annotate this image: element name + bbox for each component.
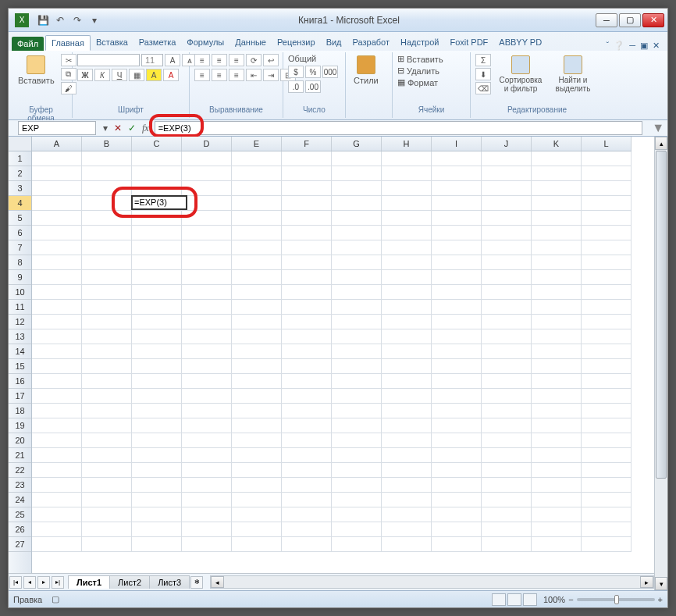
cell[interactable]	[82, 315, 132, 329]
cell[interactable]	[582, 196, 632, 211]
align-top-icon[interactable]: ≡	[194, 54, 210, 66]
doc-minimize-icon[interactable]: ─	[629, 41, 635, 51]
cell[interactable]	[582, 448, 632, 463]
cell[interactable]	[582, 285, 632, 300]
cell[interactable]	[432, 359, 482, 374]
cell[interactable]	[82, 329, 132, 344]
cell[interactable]	[332, 463, 382, 478]
cell[interactable]	[282, 493, 332, 507]
cell[interactable]	[32, 226, 82, 240]
cell[interactable]	[482, 329, 532, 344]
cell[interactable]	[32, 448, 82, 463]
cell[interactable]	[182, 448, 232, 463]
cell[interactable]	[432, 418, 482, 433]
row-header-9[interactable]: 9	[9, 270, 31, 285]
cell[interactable]	[82, 181, 132, 196]
cell[interactable]	[532, 166, 582, 181]
cell[interactable]	[582, 463, 632, 478]
cell[interactable]	[82, 507, 132, 522]
macro-record-icon[interactable]: ▢	[52, 594, 59, 604]
cell[interactable]	[82, 448, 132, 463]
cell[interactable]	[232, 493, 282, 507]
cell[interactable]	[532, 433, 582, 448]
cell[interactable]	[582, 211, 632, 226]
cell[interactable]	[32, 181, 82, 196]
cell[interactable]	[132, 285, 182, 300]
cell[interactable]	[582, 389, 632, 404]
col-header-F[interactable]: F	[282, 137, 332, 151]
cell[interactable]	[532, 329, 582, 344]
cell[interactable]	[332, 433, 382, 448]
cell[interactable]	[532, 522, 582, 537]
cell[interactable]	[232, 433, 282, 448]
increase-decimal-icon[interactable]: .0	[288, 80, 304, 93]
cell[interactable]	[432, 344, 482, 359]
name-box[interactable]	[18, 121, 96, 135]
cell[interactable]	[282, 389, 332, 404]
cell[interactable]	[482, 181, 532, 196]
cell[interactable]	[332, 344, 382, 359]
cell[interactable]	[482, 211, 532, 226]
cell[interactable]	[132, 537, 182, 552]
expand-formula-icon[interactable]: ▼	[649, 121, 667, 135]
cell[interactable]	[232, 315, 282, 329]
cell[interactable]	[432, 300, 482, 315]
cell[interactable]	[332, 166, 382, 181]
cell[interactable]	[182, 255, 232, 270]
cell[interactable]	[332, 270, 382, 285]
cell[interactable]	[482, 522, 532, 537]
sheet-tab-Лист2[interactable]: Лист2	[109, 575, 150, 589]
cell[interactable]	[132, 344, 182, 359]
cell[interactable]	[282, 181, 332, 196]
cell[interactable]	[532, 211, 582, 226]
cell[interactable]	[382, 196, 432, 211]
col-header-I[interactable]: I	[432, 137, 482, 151]
cell[interactable]	[82, 522, 132, 537]
cell[interactable]	[382, 255, 432, 270]
cell[interactable]	[432, 166, 482, 181]
tab-вид[interactable]: Вид	[321, 35, 347, 51]
comma-icon[interactable]: 000	[322, 66, 338, 78]
cell[interactable]	[532, 196, 582, 211]
tab-надстрой[interactable]: Надстрой	[395, 35, 444, 51]
cell[interactable]	[282, 255, 332, 270]
cell[interactable]	[182, 166, 232, 181]
cell[interactable]	[582, 240, 632, 255]
cell[interactable]	[182, 211, 232, 226]
cell[interactable]	[132, 404, 182, 418]
cell[interactable]	[482, 433, 532, 448]
col-header-A[interactable]: A	[32, 137, 82, 151]
cell[interactable]	[382, 448, 432, 463]
cell[interactable]	[532, 359, 582, 374]
row-header-16[interactable]: 16	[9, 374, 31, 389]
styles-button[interactable]: Стили	[350, 54, 382, 87]
cell[interactable]	[232, 196, 282, 211]
cell[interactable]	[432, 374, 482, 389]
redo-icon[interactable]: ↷	[69, 12, 85, 28]
cell[interactable]	[532, 463, 582, 478]
cell[interactable]	[132, 389, 182, 404]
cell[interactable]	[132, 181, 182, 196]
cell[interactable]	[432, 448, 482, 463]
normal-view-icon[interactable]	[492, 593, 506, 606]
cell[interactable]	[432, 478, 482, 493]
cell[interactable]	[382, 270, 432, 285]
tab-главная[interactable]: Главная	[45, 35, 91, 51]
col-header-D[interactable]: D	[182, 137, 232, 151]
scroll-down-icon[interactable]: ▾	[655, 577, 667, 590]
cell[interactable]	[82, 374, 132, 389]
align-left-icon[interactable]: ≡	[194, 69, 210, 81]
row-header-13[interactable]: 13	[9, 329, 31, 344]
cell[interactable]	[482, 359, 532, 374]
first-sheet-icon[interactable]: |◂	[9, 576, 22, 589]
col-header-E[interactable]: E	[232, 137, 282, 151]
cell[interactable]	[182, 285, 232, 300]
cell[interactable]	[482, 226, 532, 240]
cell[interactable]	[382, 181, 432, 196]
cell[interactable]	[382, 507, 432, 522]
cell[interactable]	[482, 493, 532, 507]
decrease-decimal-icon[interactable]: .00	[305, 80, 321, 93]
cell[interactable]	[582, 404, 632, 418]
cell[interactable]	[32, 344, 82, 359]
align-bottom-icon[interactable]: ≡	[229, 54, 244, 66]
